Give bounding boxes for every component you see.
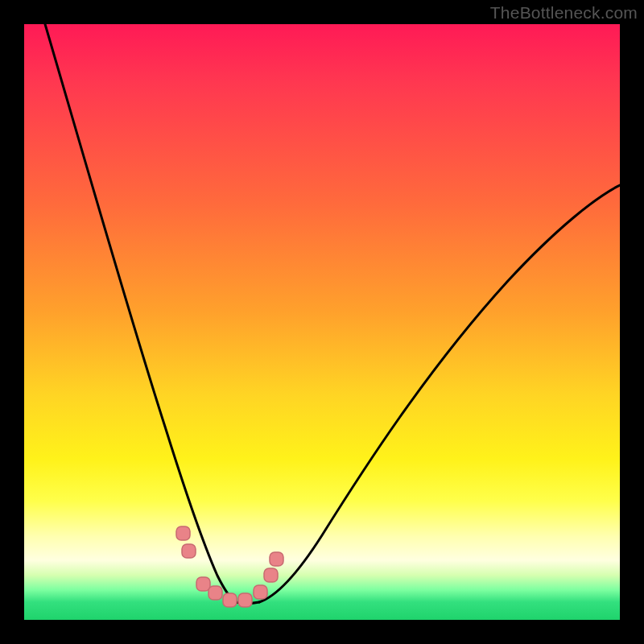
watermark-text: TheBottleneck.com — [490, 3, 638, 23]
curve-right-branch — [259, 185, 620, 602]
marker-group — [176, 526, 283, 607]
curve-layer — [24, 24, 620, 620]
marker — [238, 593, 252, 607]
marker — [208, 586, 222, 600]
plot-area — [24, 24, 620, 620]
marker — [182, 544, 196, 558]
marker — [254, 585, 267, 599]
curve-left-branch — [45, 24, 236, 602]
marker — [223, 593, 237, 607]
chart-frame: TheBottleneck.com — [0, 0, 644, 644]
marker — [264, 568, 278, 582]
marker — [270, 552, 283, 566]
marker — [176, 526, 190, 540]
marker — [196, 577, 210, 591]
